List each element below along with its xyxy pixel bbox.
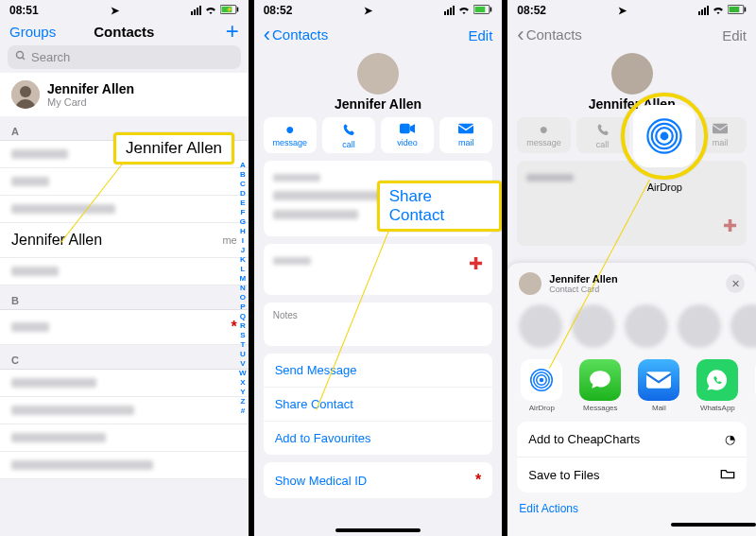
section-header: C [0,345,249,370]
svg-rect-10 [490,8,492,12]
avatar [11,80,40,109]
action-row: ●message call video mail [254,117,503,161]
list-item[interactable] [0,168,249,196]
messages-app[interactable]: Messages [577,359,623,412]
svg-rect-2 [236,8,238,12]
svg-line-5 [23,58,26,61]
send-message-link[interactable]: Send Message [264,354,493,388]
home-indicator[interactable] [671,523,756,527]
action-links: Send Message Share Contact Add to Favour… [264,354,493,455]
edit-button[interactable]: Edit [439,27,492,43]
svg-rect-9 [475,7,486,12]
my-card-row[interactable]: Jennifer Allen My Card [0,73,249,116]
screen-contact-detail: 08:52 ➤ Contacts Edit Jennifer Allen ●me… [251,0,506,536]
cheapcharts-icon: ◔ [725,432,735,446]
list-item[interactable] [0,397,249,424]
save-to-files[interactable]: Save to Files [517,458,747,493]
back-button: Contacts [517,23,582,47]
video-action[interactable]: video [381,117,434,153]
list-item[interactable] [0,370,249,397]
share-contact-link[interactable]: Share Contact [264,388,493,422]
person-item[interactable] [519,304,562,348]
list-item-jennifer[interactable]: Jennifer Allen me [0,223,249,258]
people-row[interactable] [507,301,756,352]
app-row[interactable]: AirDrop Messages Mail WhatsApp S [507,352,756,416]
mail-action[interactable]: mail [439,117,492,153]
signal-icon [698,6,709,15]
person-item[interactable] [678,304,721,348]
medical-icon: ✚ [469,253,483,274]
phone-icon [322,123,375,138]
add-contact-button[interactable]: + [186,23,239,40]
nav-bar: Groups Contacts + [0,19,249,42]
svg-rect-12 [458,124,473,134]
list-item[interactable]: * [0,310,249,345]
list-item[interactable] [0,196,249,223]
item-label: Jennifer Allen [11,232,102,249]
status-bar: 08:52 ➤ [507,0,756,19]
index-bar[interactable]: ABCDEFGHIJKLMNOPQRSTUVWXYZ# [239,161,247,416]
signal-icon [444,6,455,15]
avatar [611,53,653,95]
whatsapp-app[interactable]: WhatsApp [695,359,740,412]
contact-name: Jennifer Allen [254,96,503,117]
info-card: ✚ [264,244,493,295]
location-icon: ➤ [111,5,119,17]
my-card-name: Jennifer Allen [47,81,134,96]
medical-icon: ✚ [723,216,737,236]
location-icon: ➤ [618,5,627,17]
medical-id-link[interactable]: Show Medical ID* [264,462,493,498]
avatar [357,53,399,95]
add-to-cheapcharts[interactable]: Add to CheapCharts ◔ [517,422,747,458]
wifi-icon [712,4,725,17]
list-item[interactable] [0,424,249,452]
status-time: 08:52 [517,4,546,17]
messages-icon [579,359,621,401]
battery-icon [728,4,747,17]
svg-point-22 [540,378,544,383]
status-time: 08:51 [9,4,39,17]
svg-rect-26 [646,372,671,388]
status-bar: 08:51 ➤ ⚡ [0,0,249,19]
wifi-icon [204,5,217,16]
groups-button[interactable]: Groups [9,24,62,40]
svg-rect-17 [713,124,728,134]
call-action[interactable]: call [322,117,375,153]
message-icon: ● [264,123,317,136]
svg-rect-14 [730,7,740,12]
svg-point-7 [20,86,31,97]
close-icon: ✕ [731,278,740,290]
message-action[interactable]: ●message [264,117,317,153]
search-icon [15,50,26,64]
person-item[interactable] [625,304,668,348]
mail-icon [638,359,679,401]
svg-point-18 [661,132,669,141]
star-icon: * [475,472,481,489]
svg-text:⚡: ⚡ [226,6,233,13]
back-button[interactable]: Contacts [264,23,329,47]
person-item[interactable] [730,304,756,348]
wifi-icon [457,4,471,17]
sheet-header: Jennifer Allen Contact Card ✕ [507,270,756,301]
sheet-actions: Add to CheapCharts ◔ Save to Files [517,422,747,493]
my-card-sub: My Card [47,96,134,108]
mail-app[interactable]: Mail [636,359,681,412]
nav-bar: Contacts Edit [507,19,756,49]
list-item[interactable] [0,452,249,479]
video-icon [381,123,434,136]
home-indicator[interactable] [335,528,421,532]
folder-icon [720,468,735,482]
medical-link-group: Show Medical ID* [264,462,493,498]
notes-card[interactable]: Notes [264,303,493,346]
search-field[interactable]: Search [8,45,241,69]
edit-actions-link[interactable]: Edit Actions [507,493,756,525]
airdrop-highlight [633,105,696,167]
airdrop-app[interactable]: AirDrop [519,359,564,412]
section-header: B [0,285,249,310]
list-item[interactable] [0,258,249,285]
callout-jennifer: Jennifer Allen [113,132,234,164]
whatsapp-icon [696,359,738,401]
add-favourites-link[interactable]: Add to Favourites [264,422,493,455]
close-button[interactable]: ✕ [726,274,745,293]
svg-rect-15 [745,8,747,12]
